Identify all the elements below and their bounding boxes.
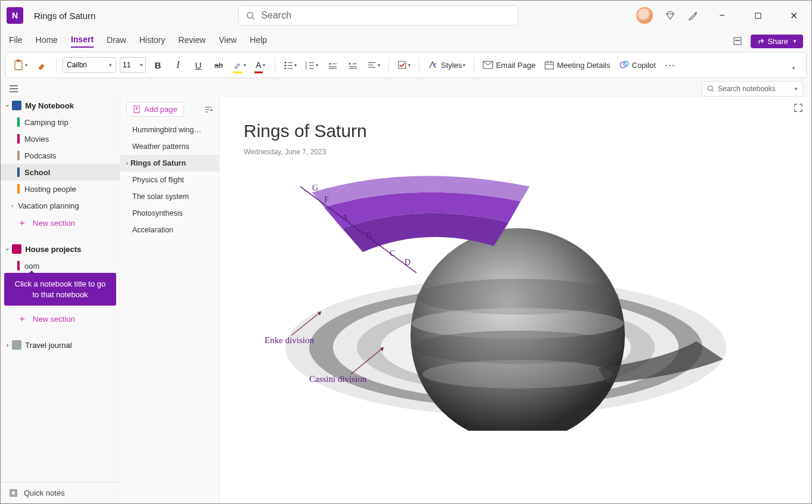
notebook-color-icon bbox=[12, 101, 21, 110]
page-hummingbird[interactable]: Hummingbird wing… bbox=[120, 122, 219, 138]
highlight-button[interactable]: ▾ bbox=[231, 55, 248, 74]
align-button[interactable]: ▾ bbox=[365, 55, 382, 74]
search-icon bbox=[707, 85, 714, 92]
page-accelaration[interactable]: Accelaration bbox=[120, 222, 219, 238]
svg-rect-44 bbox=[11, 491, 15, 495]
section-school[interactable]: School bbox=[1, 164, 120, 181]
notebook-color-icon bbox=[12, 340, 21, 350]
svg-line-1 bbox=[253, 17, 255, 20]
ribbon-expand-icon[interactable]: ▾ bbox=[785, 58, 801, 77]
page-date: Wednesday, June 7, 2023 bbox=[244, 148, 326, 156]
notebook-house-projects[interactable]: ›House projects bbox=[1, 241, 120, 257]
more-options-button[interactable]: ⋯ bbox=[662, 55, 679, 74]
search-notebooks-box[interactable]: Search notebooks ▾ bbox=[702, 81, 803, 97]
ribbon-mode-icon[interactable] bbox=[730, 34, 745, 48]
menu-view[interactable]: View bbox=[219, 35, 237, 47]
font-size-select[interactable]: 11▾ bbox=[120, 57, 146, 73]
svg-point-0 bbox=[247, 12, 253, 17]
menu-history[interactable]: History bbox=[139, 35, 166, 47]
notebook-sidebar: ›My Notebook Camping trip Movies Podcast… bbox=[1, 97, 120, 503]
svg-rect-4 bbox=[755, 13, 761, 18]
add-page-button[interactable]: Add page bbox=[126, 102, 184, 117]
todo-tag-button[interactable]: ▾ bbox=[395, 55, 413, 74]
cassini-division-label: Cassini division bbox=[309, 374, 366, 384]
plus-icon: ＋ bbox=[17, 313, 27, 325]
page-rings-of-saturn[interactable]: ›Rings of Saturn bbox=[120, 155, 219, 172]
nav-toggle-icon[interactable] bbox=[9, 85, 18, 93]
secondary-row: Search notebooks ▾ bbox=[1, 80, 811, 97]
search-icon bbox=[246, 11, 255, 20]
sort-pages-icon[interactable] bbox=[204, 105, 213, 114]
styles-button[interactable]: Styles▾ bbox=[425, 55, 468, 74]
new-section-button[interactable]: ＋New section bbox=[1, 214, 120, 232]
section-podcasts[interactable]: Podcasts bbox=[1, 147, 120, 164]
share-label: Share bbox=[767, 37, 788, 46]
page-physics-of-flight[interactable]: Physics of flight bbox=[120, 172, 219, 188]
menu-file[interactable]: File bbox=[9, 35, 23, 47]
draw-pen-icon[interactable] bbox=[687, 10, 698, 21]
chevron-down-icon: › bbox=[4, 248, 11, 250]
window-close-button[interactable]: ✕ bbox=[782, 7, 805, 24]
premium-diamond-icon[interactable] bbox=[665, 10, 676, 21]
meeting-details-button[interactable]: Meeting Details bbox=[542, 55, 613, 74]
svg-point-41 bbox=[708, 86, 713, 91]
fullscreen-icon[interactable] bbox=[794, 103, 803, 113]
outdent-button[interactable] bbox=[324, 55, 341, 74]
italic-button[interactable]: I bbox=[170, 55, 186, 74]
bold-button[interactable]: B bbox=[150, 55, 166, 74]
page-title[interactable]: Rings of Saturn bbox=[244, 121, 367, 141]
window-maximize-button[interactable] bbox=[746, 7, 770, 24]
section-camping-trip[interactable]: Camping trip bbox=[1, 114, 120, 130]
paste-button[interactable]: ▾ bbox=[11, 55, 30, 74]
ring-label-c: C bbox=[390, 249, 395, 259]
page-the-solar-system[interactable]: The solar system bbox=[120, 188, 219, 205]
search-placeholder: Search bbox=[261, 10, 291, 21]
menu-bar: File Home Insert Draw History Review Vie… bbox=[1, 30, 811, 52]
notebook-travel-journal[interactable]: ›Travel journal bbox=[1, 337, 120, 353]
page-weather-patterns[interactable]: Weather patterns bbox=[120, 138, 219, 155]
new-section-button-2[interactable]: ＋New section bbox=[1, 310, 120, 328]
numbering-button[interactable]: 123▾ bbox=[303, 55, 321, 74]
share-button[interactable]: Share ▼ bbox=[751, 35, 803, 48]
chevron-down-icon: ▾ bbox=[795, 86, 798, 92]
search-box[interactable]: Search bbox=[238, 5, 518, 26]
user-avatar[interactable] bbox=[636, 7, 653, 24]
menu-insert[interactable]: Insert bbox=[71, 35, 94, 48]
underline-button[interactable]: U bbox=[190, 55, 207, 74]
section-vacation-planning[interactable]: ›Vacation planning bbox=[1, 197, 120, 214]
section-partial[interactable]: oom bbox=[1, 257, 120, 274]
section-hosting-people[interactable]: Hosting people bbox=[1, 181, 120, 197]
strikethrough-button[interactable]: ab bbox=[210, 55, 227, 74]
indent-button[interactable] bbox=[344, 55, 361, 74]
svg-point-36 bbox=[620, 62, 626, 68]
document-title: Rings of Saturn bbox=[34, 11, 95, 21]
font-family-select[interactable]: Cailbri▾ bbox=[63, 57, 116, 73]
font-color-button[interactable]: A▾ bbox=[252, 55, 269, 74]
chevron-down-icon: › bbox=[4, 104, 11, 106]
notebook-my-notebook[interactable]: ›My Notebook bbox=[1, 97, 120, 114]
menu-home[interactable]: Home bbox=[36, 35, 58, 47]
copilot-button[interactable]: Copilot bbox=[617, 55, 658, 74]
section-movies[interactable]: Movies bbox=[1, 130, 120, 147]
format-painter-button[interactable] bbox=[33, 55, 50, 74]
ring-label-d: D bbox=[405, 258, 410, 267]
svg-rect-30 bbox=[399, 61, 406, 69]
chevron-right-icon: › bbox=[11, 203, 13, 209]
svg-point-59 bbox=[413, 331, 623, 364]
svg-point-11 bbox=[285, 65, 287, 67]
menu-help[interactable]: Help bbox=[250, 35, 267, 47]
quick-notes-button[interactable]: Quick notes bbox=[1, 482, 120, 503]
svg-rect-7 bbox=[15, 61, 22, 70]
page-canvas[interactable]: Rings of Saturn Wednesday, June 7, 2023 bbox=[220, 97, 811, 503]
email-page-button[interactable]: Email Page bbox=[480, 55, 537, 74]
enke-division-label: Enke division bbox=[265, 335, 314, 346]
bullets-button[interactable]: ▾ bbox=[281, 55, 299, 74]
title-bar: Rings of Saturn Search − ✕ bbox=[1, 1, 811, 30]
window-minimize-button[interactable]: − bbox=[710, 7, 734, 24]
page-photosynthesis[interactable]: Photosynthesis bbox=[120, 205, 219, 222]
svg-point-9 bbox=[285, 62, 287, 64]
chevron-right-icon: › bbox=[126, 160, 128, 166]
quicknotes-icon bbox=[9, 489, 18, 497]
menu-review[interactable]: Review bbox=[178, 35, 206, 47]
menu-draw[interactable]: Draw bbox=[107, 35, 126, 47]
